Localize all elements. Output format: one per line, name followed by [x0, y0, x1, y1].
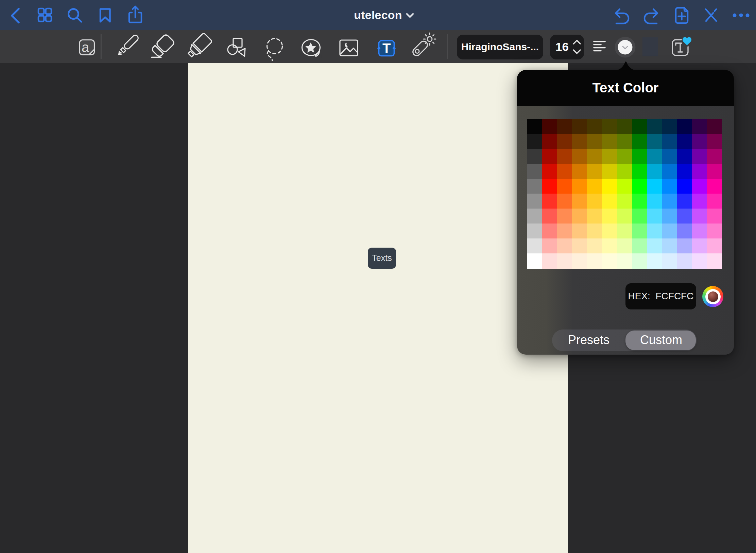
svg-text:T: T [382, 41, 391, 56]
svg-text:a: a [82, 40, 89, 55]
